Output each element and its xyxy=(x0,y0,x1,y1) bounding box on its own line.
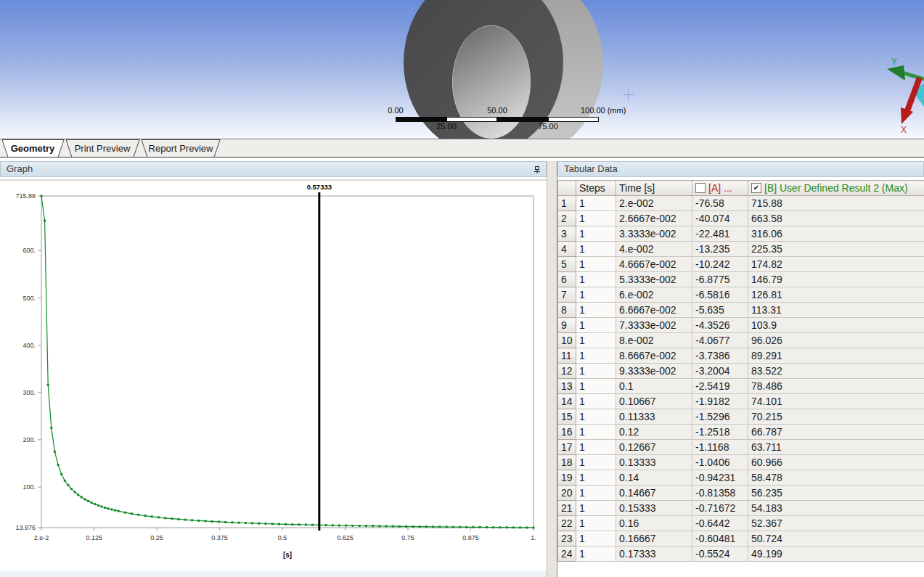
table-cell[interactable]: 1 xyxy=(576,531,616,547)
table-cell[interactable]: -1.9182 xyxy=(692,394,748,409)
table-cell[interactable]: 0.11333 xyxy=(616,409,692,425)
row-index-cell[interactable]: 14 xyxy=(558,394,576,409)
table-cell[interactable]: 54.183 xyxy=(748,501,924,516)
table-cell[interactable]: 9.3333e-002 xyxy=(616,364,692,379)
table-cell[interactable]: 663.58 xyxy=(748,211,924,226)
table-cell[interactable]: -0.5524 xyxy=(692,547,748,562)
table-cell[interactable]: -0.60481 xyxy=(692,531,748,547)
table-cell[interactable]: 174.82 xyxy=(748,257,924,272)
table-cell[interactable]: 78.486 xyxy=(748,379,924,394)
table-cell[interactable]: -0.94231 xyxy=(692,470,748,486)
table-cell[interactable]: 0.16 xyxy=(616,516,692,531)
table-cell[interactable]: -40.074 xyxy=(692,211,748,226)
table-cell[interactable]: 1 xyxy=(576,364,616,379)
table-cell[interactable]: 5.3333e-002 xyxy=(616,272,692,287)
table-cell[interactable]: 1 xyxy=(576,211,616,226)
row-index-cell[interactable]: 7 xyxy=(558,287,576,303)
table-cell[interactable]: 113.31 xyxy=(748,303,924,318)
table-cell[interactable]: 4.e-002 xyxy=(616,242,692,257)
table-cell[interactable]: 146.79 xyxy=(748,272,924,287)
table-cell[interactable]: 8.e-002 xyxy=(616,333,692,348)
table-cell[interactable]: 6.6667e-002 xyxy=(616,303,692,318)
table-cell[interactable]: 1 xyxy=(576,318,616,333)
table-cell[interactable]: -1.2518 xyxy=(692,425,748,440)
row-index-cell[interactable]: 24 xyxy=(558,547,576,562)
table-cell[interactable]: 1 xyxy=(576,257,616,272)
table-cell[interactable]: 52.367 xyxy=(748,516,924,531)
row-index-cell[interactable]: 15 xyxy=(558,409,576,425)
table-cell[interactable]: 56.235 xyxy=(748,486,924,501)
table-cell[interactable]: 1 xyxy=(576,287,616,303)
table-cell[interactable]: 7.3333e-002 xyxy=(616,318,692,333)
table-cell[interactable]: 2.e-002 xyxy=(616,196,692,211)
table-cell[interactable]: -1.5296 xyxy=(692,409,748,425)
table-cell[interactable]: 1 xyxy=(576,440,616,455)
tab-print-preview-label[interactable]: Print Preview xyxy=(75,143,131,154)
table-cell[interactable]: 1 xyxy=(576,409,616,425)
row-index-cell[interactable]: 12 xyxy=(558,364,576,379)
table-cell[interactable]: -1.0406 xyxy=(692,455,748,470)
table-cell[interactable]: 316.06 xyxy=(748,226,924,242)
row-index-cell[interactable]: 19 xyxy=(558,470,576,486)
table-cell[interactable]: 1 xyxy=(576,455,616,470)
row-index-cell[interactable]: 2 xyxy=(558,211,576,226)
table-cell[interactable]: 126.81 xyxy=(748,287,924,303)
table-cell[interactable]: -6.5816 xyxy=(692,287,748,303)
table-cell[interactable]: 50.724 xyxy=(748,531,924,547)
orientation-triad[interactable]: Y X xyxy=(867,40,924,139)
table-cell[interactable]: 1 xyxy=(576,196,616,211)
table-cell[interactable]: -3.2004 xyxy=(692,364,748,379)
row-index-cell[interactable]: 18 xyxy=(558,455,576,470)
table-cell[interactable]: -3.7386 xyxy=(692,348,748,364)
table-cell[interactable]: 6.e-002 xyxy=(616,287,692,303)
table-cell[interactable]: 74.101 xyxy=(748,394,924,409)
table-cell[interactable]: -4.0677 xyxy=(692,333,748,348)
row-index-cell[interactable]: 5 xyxy=(558,257,576,272)
table-cell[interactable]: 1 xyxy=(576,242,616,257)
table-cell[interactable]: -1.1168 xyxy=(692,440,748,455)
table-cell[interactable]: 4.6667e-002 xyxy=(616,257,692,272)
table-cell[interactable]: -0.6442 xyxy=(692,516,748,531)
table-cell[interactable]: 1 xyxy=(576,547,616,562)
table-cell[interactable]: -0.81358 xyxy=(692,486,748,501)
table-cell[interactable]: 0.10667 xyxy=(616,394,692,409)
table-cell[interactable]: -0.71672 xyxy=(692,501,748,516)
table-cell[interactable]: 103.9 xyxy=(748,318,924,333)
table-cell[interactable]: 1 xyxy=(576,394,616,409)
series-a-checkbox[interactable] xyxy=(695,183,706,193)
table-cell[interactable]: 1 xyxy=(576,379,616,394)
table-cell[interactable]: -6.8775 xyxy=(692,272,748,287)
row-index-cell[interactable]: 16 xyxy=(558,425,576,440)
panel-splitter[interactable] xyxy=(547,161,557,577)
table-cell[interactable]: 1 xyxy=(576,425,616,440)
series-b-checkbox[interactable]: ✔ xyxy=(751,183,761,193)
table-cell[interactable]: -13.235 xyxy=(692,242,748,257)
row-index-cell[interactable]: 8 xyxy=(558,303,576,318)
table-cell[interactable]: 0.16667 xyxy=(616,531,692,547)
table-cell[interactable]: 0.12667 xyxy=(616,440,692,455)
table-cell[interactable]: 66.787 xyxy=(748,425,924,440)
graph-chart-area[interactable]: 715.88600.500.400.300.200.100.13.9762.e-… xyxy=(0,177,547,577)
table-cell[interactable]: 1 xyxy=(576,516,616,531)
row-index-cell[interactable]: 11 xyxy=(558,348,576,364)
table-cell[interactable]: 715.88 xyxy=(748,196,924,211)
row-index-cell[interactable]: 21 xyxy=(558,501,576,516)
table-cell[interactable]: 1 xyxy=(576,486,616,501)
table-cell[interactable]: 1 xyxy=(576,501,616,516)
table-cell[interactable]: 1 xyxy=(576,303,616,318)
row-index-cell[interactable]: 3 xyxy=(558,226,576,242)
table-cell[interactable]: 0.14667 xyxy=(616,486,692,501)
row-index-cell[interactable]: 1 xyxy=(558,196,576,211)
table-cell[interactable]: 1 xyxy=(576,272,616,287)
row-index-cell[interactable]: 20 xyxy=(558,486,576,501)
table-cell[interactable]: 89.291 xyxy=(748,348,924,364)
row-index-cell[interactable]: 6 xyxy=(558,272,576,287)
table-cell[interactable]: -10.242 xyxy=(692,257,748,272)
3d-viewport[interactable]: 0.00 50.00 100.00 (mm) 25.00 75.00 Y X xyxy=(0,0,924,139)
tab-geometry-label[interactable]: Geometry xyxy=(11,143,55,154)
table-cell[interactable]: 1 xyxy=(576,226,616,242)
table-cell[interactable]: -76.58 xyxy=(692,196,748,211)
table-cell[interactable]: 0.17333 xyxy=(616,547,692,562)
table-cell[interactable]: -5.635 xyxy=(692,303,748,318)
table-cell[interactable]: -22.481 xyxy=(692,226,748,242)
